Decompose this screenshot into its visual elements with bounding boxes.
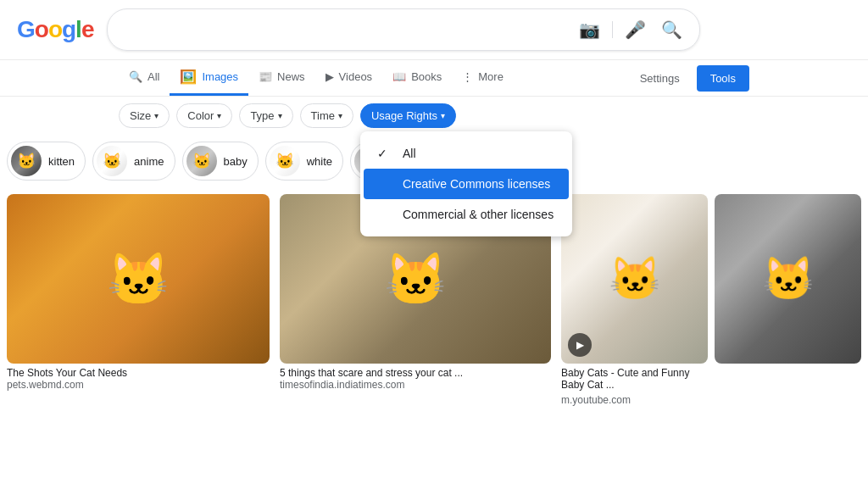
dropdown-commercial-label: Commercial & other licenses: [403, 208, 554, 221]
more-icon: ⋮: [462, 70, 473, 83]
tab-news[interactable]: 📰 News: [248, 62, 315, 94]
usage-rights-wrapper: Usage Rights ▾ ✓ All Creative Commons li…: [360, 103, 456, 128]
chip-baby[interactable]: 🐱 baby: [182, 142, 259, 181]
usage-rights-filter[interactable]: Usage Rights ▾: [360, 103, 456, 128]
usage-rights-label: Usage Rights: [371, 109, 437, 122]
play-button-icon[interactable]: ▶: [568, 333, 592, 357]
dropdown-all-label: All: [403, 147, 416, 160]
image-4[interactable]: 🐱: [715, 194, 861, 364]
usage-rights-chevron-icon: ▾: [441, 111, 445, 120]
chip-anime[interactable]: 🐱 anime: [92, 142, 175, 181]
chip-anime-label: anime: [134, 155, 164, 168]
usage-rights-dropdown: ✓ All Creative Commons licenses Commerci…: [360, 131, 572, 236]
chip-baby-thumb: 🐱: [186, 146, 217, 176]
tab-news-label: News: [277, 70, 305, 83]
search-icons: 📷 🎤 🔍: [576, 16, 686, 43]
image-2-caption: 5 things that scare and stress your cat …: [280, 367, 551, 379]
image-2-source: timesofindia.indiatimes.com: [280, 379, 551, 391]
chip-kitten-label: kitten: [48, 155, 75, 168]
tab-books-label: Books: [411, 70, 442, 83]
image-3-source: m.youtube.com: [561, 394, 708, 406]
image-1-caption: The Shots Your Cat Needs: [7, 367, 270, 379]
color-chevron-icon: ▾: [217, 111, 221, 120]
all-icon: 🔍: [129, 70, 142, 83]
tab-images-label: Images: [202, 70, 238, 83]
tab-more[interactable]: ⋮ More: [452, 62, 514, 94]
images-icon: 🖼️: [180, 69, 197, 85]
chip-kitten[interactable]: 🐱 kitten: [7, 142, 86, 181]
chip-white[interactable]: 🐱 white: [265, 142, 343, 181]
videos-icon: ▶: [326, 70, 334, 83]
tools-button[interactable]: Tools: [697, 65, 749, 92]
time-filter[interactable]: Time ▾: [300, 103, 353, 128]
news-icon: 📰: [259, 70, 272, 83]
search-bar: cat 📷 🎤 🔍: [107, 8, 700, 51]
tab-books[interactable]: 📖 Books: [382, 62, 452, 94]
image-3-caption: Baby Cats - Cute and Funny Baby Cat ...: [561, 367, 708, 391]
google-logo[interactable]: Google: [17, 16, 93, 43]
tab-videos-label: Videos: [339, 70, 373, 83]
tab-images[interactable]: 🖼️ Images: [170, 60, 248, 96]
dropdown-item-cc[interactable]: Creative Commons licenses: [364, 169, 569, 199]
search-input[interactable]: cat: [121, 22, 565, 37]
type-filter[interactable]: Type ▾: [239, 103, 292, 128]
tab-more-label: More: [478, 70, 504, 83]
tab-all-label: All: [147, 70, 159, 83]
image-1-source: pets.webmd.com: [7, 379, 270, 391]
image-col-1: 🐱 The Shots Your Cat Needs pets.webmd.co…: [7, 194, 270, 406]
chip-baby-label: baby: [224, 155, 248, 168]
chip-anime-thumb: 🐱: [97, 146, 127, 176]
tab-all[interactable]: 🔍 All: [119, 62, 170, 94]
filter-bar: Size ▾ Color ▾ Type ▾ Time ▾ Usage Right…: [0, 97, 868, 135]
header: Google cat 📷 🎤 🔍: [0, 0, 868, 60]
image-col-3b: 🐱: [715, 194, 861, 406]
nav-right: Settings Tools: [630, 65, 749, 92]
image-col-3: 🐱 ▶ Baby Cats - Cute and Funny Baby Cat …: [561, 194, 861, 406]
dropdown-item-all[interactable]: ✓ All: [360, 138, 572, 169]
dropdown-item-commercial[interactable]: Commercial & other licenses: [360, 199, 572, 230]
size-chevron-icon: ▾: [154, 111, 159, 120]
tab-videos[interactable]: ▶ Videos: [315, 62, 383, 94]
check-icon: ✓: [377, 147, 392, 160]
books-icon: 📖: [392, 70, 406, 83]
settings-button[interactable]: Settings: [630, 65, 690, 92]
chip-white-thumb: 🐱: [270, 146, 300, 176]
image-1[interactable]: 🐱: [7, 194, 270, 364]
color-filter-label: Color: [187, 109, 214, 122]
time-filter-label: Time: [311, 109, 335, 122]
time-chevron-icon: ▾: [338, 111, 342, 120]
camera-icon[interactable]: 📷: [576, 16, 604, 43]
color-filter[interactable]: Color ▾: [176, 103, 232, 128]
type-filter-label: Type: [250, 109, 274, 122]
image-col-3a: 🐱 ▶ Baby Cats - Cute and Funny Baby Cat …: [561, 194, 708, 406]
search-submit-icon[interactable]: 🔍: [658, 16, 686, 43]
size-filter-label: Size: [130, 109, 151, 122]
chip-white-label: white: [307, 155, 332, 168]
size-filter[interactable]: Size ▾: [119, 103, 170, 128]
type-chevron-icon: ▾: [278, 111, 282, 120]
nav-tabs: 🔍 All 🖼️ Images 📰 News ▶ Videos 📖 Books …: [0, 60, 868, 97]
mic-icon[interactable]: 🎤: [621, 16, 649, 43]
image-3a[interactable]: 🐱 ▶: [561, 194, 708, 364]
chip-kitten-thumb: 🐱: [11, 146, 42, 176]
dropdown-cc-label: Creative Commons licenses: [403, 177, 550, 191]
